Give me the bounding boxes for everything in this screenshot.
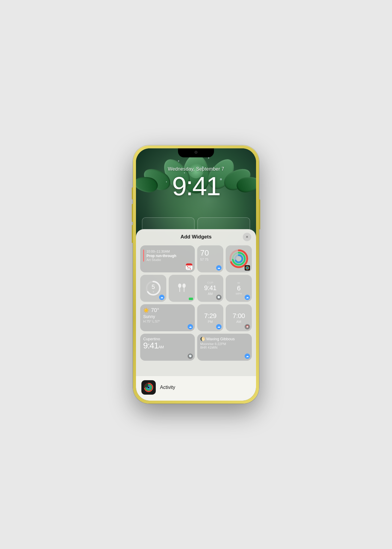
power-button[interactable] xyxy=(259,199,260,229)
cup-clock-display: CUP 9:41 AM xyxy=(204,281,216,296)
calendar-event: Prop run-through xyxy=(146,254,176,258)
close-button[interactable]: × xyxy=(243,233,251,241)
mute-button[interactable] xyxy=(132,187,133,199)
alarm-700-ampm: AM xyxy=(233,320,245,323)
moon-duration: 8HR 41MIN xyxy=(200,346,217,349)
calendar-widget[interactable]: 10:00–11:30AM Prop run-through Art Studi… xyxy=(140,245,195,272)
sun-icon: ☀️ xyxy=(143,308,149,313)
phone-frame: Wednesday, September 7 9:41 Add Widgets … xyxy=(133,145,259,404)
wind-display: W 6 MPH xyxy=(236,281,242,295)
cup-clock-badge: 🕐 xyxy=(216,295,222,300)
calendar-icon-grid xyxy=(186,265,192,270)
activity-app-badge xyxy=(245,265,250,271)
wind-direction-label: W xyxy=(236,281,242,284)
cup-label: CUP xyxy=(204,281,216,284)
alarm-700-badge: ⏰ xyxy=(245,324,250,329)
calendar-icon-top xyxy=(186,263,192,265)
city-name: Cupertino xyxy=(143,337,160,341)
weather-range: 57 75 xyxy=(200,258,220,261)
moonrise-time: Moonrise 6:22PM xyxy=(200,342,226,346)
activity-app-icon[interactable] xyxy=(141,380,156,395)
weather-temp: 70 xyxy=(200,248,220,258)
city-time: 9:41AM xyxy=(143,341,164,350)
steps-value: 5 ☀ xyxy=(152,283,155,293)
calendar-location: Art Studio xyxy=(146,258,176,262)
weather-badge: ☁ xyxy=(216,265,222,271)
sheet-title: Add Widgets xyxy=(180,234,212,240)
alarm-700-time: 7:00 xyxy=(233,312,245,320)
alarm-730-badge: ☁ xyxy=(216,324,222,329)
airpods-icon xyxy=(176,281,187,296)
weather-full-widget[interactable]: ☀️ 70° Sunny H:75° L:57° ☁ xyxy=(140,304,195,331)
svg-point-11 xyxy=(178,284,181,288)
alarm-700-display: 7:00 AM xyxy=(233,312,245,323)
alarm-730-display: 7:29 PM xyxy=(204,312,216,323)
alarm-730-ampm: PM xyxy=(204,320,216,323)
calendar-bar xyxy=(143,250,144,262)
calendar-app-icon xyxy=(186,263,192,270)
wind-speed-value: 6 xyxy=(236,284,242,292)
weather-full-temp: 70° xyxy=(151,307,159,314)
moon-phase: 🌔 Waxing Gibbous xyxy=(200,337,235,341)
airpods-widget[interactable] xyxy=(169,275,195,302)
volume-down-button[interactable] xyxy=(132,225,133,243)
weather-detail: H:75° L:57° xyxy=(143,320,160,323)
activity-app-name: Activity xyxy=(160,385,175,390)
alarm-730-widget[interactable]: 7:29 PM ☁ xyxy=(197,304,223,331)
weather-condition: Sunny xyxy=(143,314,155,319)
moon-widget[interactable]: 🌔 Waxing Gibbous Moonrise 6:22PM 8HR 41M… xyxy=(197,334,252,361)
svg-point-13 xyxy=(182,284,185,288)
activity-app-row: Activity xyxy=(136,376,256,401)
weather-small-widget[interactable]: 70 57 75 ☁ xyxy=(197,245,223,272)
widgets-grid: 10:00–11:30AM Prop run-through Art Studi… xyxy=(136,243,256,365)
wind-unit: MPH xyxy=(236,292,242,295)
circular-progress: 5 ☀ xyxy=(145,280,161,296)
alarm-730-time: 7:29 xyxy=(204,312,216,320)
cup-time: 9:41 xyxy=(204,284,216,292)
svg-point-8 xyxy=(247,267,248,268)
steps-weather-badge: ☁ xyxy=(159,295,164,300)
weather-full-badge: ☁ xyxy=(188,324,193,329)
steps-widget[interactable]: 5 ☀ ☁ xyxy=(140,275,166,302)
activity-rings-widget[interactable] xyxy=(226,245,252,272)
sheet-header: Add Widgets × xyxy=(136,229,256,243)
wind-weather-badge: ☁ xyxy=(245,295,250,300)
phone-screen: Wednesday, September 7 9:41 Add Widgets … xyxy=(136,148,256,401)
cup-ampm: AM xyxy=(204,292,216,296)
lock-time: 9:41 xyxy=(136,173,256,199)
alarm-700-widget[interactable]: 7:00 AM ⏰ xyxy=(226,304,252,331)
moon-icon: 🌔 xyxy=(200,337,205,341)
cupertino-clock-widget[interactable]: Cupertino 9:41AM 🕐 xyxy=(140,334,195,361)
calendar-time-range: 10:00–11:30AM xyxy=(146,250,176,253)
lockscreen-info: Wednesday, September 7 9:41 xyxy=(136,166,256,199)
airpods-battery xyxy=(189,298,193,300)
wind-widget[interactable]: W 6 MPH ☁ xyxy=(226,275,252,302)
moon-weather-badge: ☁ xyxy=(245,353,250,359)
camera xyxy=(194,151,198,154)
cup-clock-widget[interactable]: CUP 9:41 AM 🕐 xyxy=(197,275,223,302)
cupertino-clock-badge: 🕐 xyxy=(188,353,193,359)
add-widgets-sheet: Add Widgets × 10:00–11:30AM Prop run-thr… xyxy=(136,229,256,401)
volume-up-button[interactable] xyxy=(132,204,133,222)
notch xyxy=(178,148,214,157)
